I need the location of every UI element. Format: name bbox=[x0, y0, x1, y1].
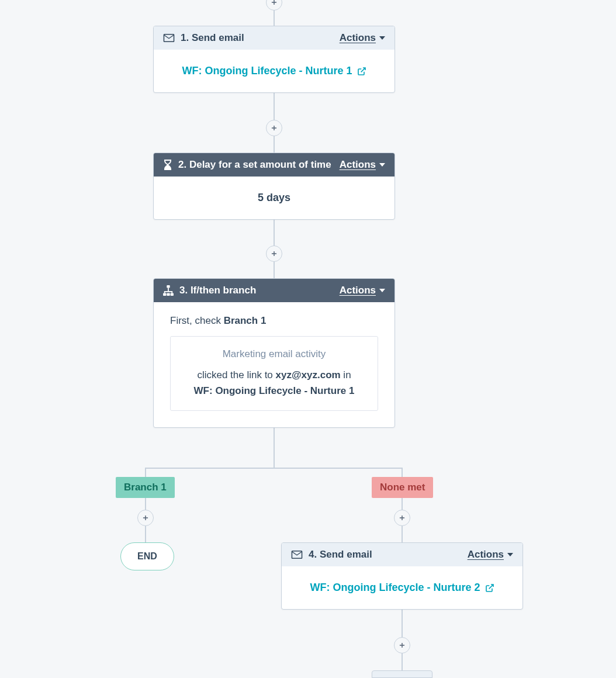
step-3-header: 3. If/then branch Actions bbox=[154, 279, 394, 302]
step-1-send-email[interactable]: 1. Send email Actions WF: Ongoing Lifecy… bbox=[153, 26, 395, 93]
step-4-actions[interactable]: Actions bbox=[468, 549, 513, 561]
caret-down-icon bbox=[379, 289, 385, 292]
branch-1-label[interactable]: Branch 1 bbox=[116, 477, 175, 498]
step-2-title: 2. Delay for a set amount of time bbox=[178, 159, 334, 171]
add-step-after-4[interactable] bbox=[394, 637, 410, 653]
partial-next-card bbox=[372, 670, 432, 678]
step-2-header: 2. Delay for a set amount of time Action… bbox=[154, 153, 394, 177]
step-1-title: 1. Send email bbox=[181, 32, 334, 44]
step-4-header: 4. Send email Actions bbox=[282, 543, 522, 566]
add-step-after-2[interactable] bbox=[266, 245, 282, 262]
step-1-email-link[interactable]: WF: Ongoing Lifecycle - Nurture 1 bbox=[182, 65, 366, 77]
end-node[interactable]: END bbox=[120, 542, 174, 570]
add-step-none-met[interactable] bbox=[394, 510, 410, 526]
add-step-top[interactable] bbox=[266, 0, 282, 11]
external-link-icon bbox=[357, 67, 366, 76]
step-4-body: WF: Ongoing Lifecycle - Nurture 2 bbox=[282, 566, 522, 609]
step-3-actions[interactable]: Actions bbox=[340, 285, 385, 296]
caret-down-icon bbox=[507, 553, 513, 556]
condition-line: clicked the link to xyz@xyz.com in WF: O… bbox=[180, 367, 368, 399]
add-step-branch-1[interactable] bbox=[137, 510, 154, 526]
step-1-header: 1. Send email Actions bbox=[154, 26, 394, 50]
svg-rect-0 bbox=[167, 285, 169, 288]
add-step-after-1[interactable] bbox=[266, 120, 282, 136]
sitemap-icon bbox=[163, 285, 174, 296]
hourglass-icon bbox=[163, 160, 172, 170]
step-2-body: 5 days bbox=[154, 177, 394, 219]
condition-box: Marketing email activity clicked the lin… bbox=[170, 336, 378, 411]
branch-none-met-label[interactable]: None met bbox=[372, 477, 433, 498]
step-2-delay[interactable]: 2. Delay for a set amount of time Action… bbox=[153, 153, 395, 220]
step-3-title: 3. If/then branch bbox=[179, 285, 334, 296]
step-4-title: 4. Send email bbox=[309, 549, 462, 561]
step-2-actions[interactable]: Actions bbox=[340, 159, 385, 171]
external-link-icon bbox=[485, 583, 494, 593]
caret-down-icon bbox=[379, 36, 385, 40]
connector-branch-split bbox=[145, 468, 403, 469]
email-icon bbox=[163, 34, 175, 42]
svg-rect-2 bbox=[167, 293, 169, 296]
connector-branch-stem bbox=[274, 442, 275, 468]
step-4-email-link[interactable]: WF: Ongoing Lifecycle - Nurture 2 bbox=[310, 582, 494, 594]
caret-down-icon bbox=[379, 163, 385, 167]
step-3-body: First, check Branch 1 Marketing email ac… bbox=[154, 302, 394, 427]
step-1-actions[interactable]: Actions bbox=[340, 32, 385, 44]
delay-value: 5 days bbox=[258, 192, 290, 203]
step-3-branch[interactable]: 3. If/then branch Actions First, check B… bbox=[153, 278, 395, 428]
email-icon bbox=[291, 551, 303, 559]
svg-rect-1 bbox=[163, 293, 166, 296]
step-4-send-email[interactable]: 4. Send email Actions WF: Ongoing Lifecy… bbox=[281, 542, 523, 610]
first-check-text: First, check Branch 1 bbox=[170, 315, 378, 327]
step-1-body: WF: Ongoing Lifecycle - Nurture 1 bbox=[154, 50, 394, 92]
svg-rect-3 bbox=[171, 293, 174, 296]
condition-title: Marketing email activity bbox=[180, 348, 368, 360]
